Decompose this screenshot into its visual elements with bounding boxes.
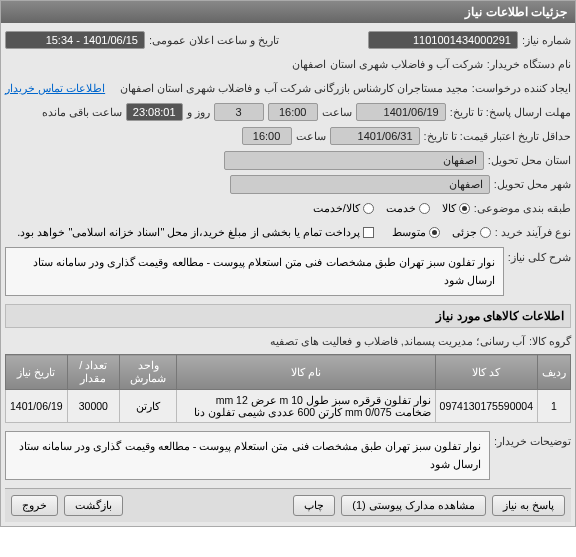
label-announce: تاریخ و ساعت اعلان عمومی: (149, 34, 279, 47)
value-deadline-time: 16:00 (268, 103, 318, 121)
panel-body: شماره نیاز: 1101001434000291 تاریخ و ساع… (1, 23, 575, 526)
value-valid-time: 16:00 (242, 127, 292, 145)
label-buyer: نام دستگاه خریدار: (487, 58, 571, 71)
check-treasury-label: پرداخت تمام یا بخشی از مبلغ خرید،از محل … (17, 226, 360, 239)
label-province: استان محل تحویل: (488, 154, 571, 167)
table-row[interactable]: 1 0974130175590004 نوار تفلون قرقره سبز … (6, 390, 571, 423)
value-announce: 1401/06/15 - 15:34 (5, 31, 145, 49)
value-days: 3 (214, 103, 264, 121)
radio-goods[interactable]: کالا (442, 202, 470, 215)
panel-title: جزئیات اطلاعات نیاز (1, 1, 575, 23)
value-buyer-notes: نوار تفلون سبز تهران طبق مشخصات فنی متن … (5, 431, 490, 480)
cell-qty: 30000 (67, 390, 119, 423)
exit-button[interactable]: خروج (11, 495, 58, 516)
value-need-desc: نوار تفلون سبز تهران طبق مشخصات فنی متن … (5, 247, 504, 296)
cell-name: نوار تفلون قرقره سبز طول 10 m عرض 12 mm … (177, 390, 435, 423)
label-purchase-type: نوع فرآیند خرید : (495, 226, 571, 239)
th-name: نام کالا (177, 355, 435, 390)
th-code: کد کالا (435, 355, 537, 390)
label-need-desc: شرح کلی نیاز: (508, 245, 571, 264)
radio-medium[interactable]: متوسط (392, 226, 440, 239)
value-creator: مجید مستاجران کارشناس بازرگانی شرکت آب و… (109, 82, 468, 95)
radio-dot-icon (429, 227, 440, 238)
label-remaining: ساعت باقی مانده (42, 106, 122, 119)
buyer-contact-link[interactable]: اطلاعات تماس خریدار (5, 82, 105, 95)
th-date: تاریخ نیاز (6, 355, 68, 390)
value-need-no: 1101001434000291 (368, 31, 518, 49)
cell-row: 1 (538, 390, 571, 423)
label-need-no: شماره نیاز: (522, 34, 571, 47)
value-remain-time: 23:08:01 (126, 103, 183, 121)
cell-unit: کارتن (120, 390, 177, 423)
radio-dot-icon (459, 203, 470, 214)
need-details-panel: جزئیات اطلاعات نیاز شماره نیاز: 11010014… (0, 0, 576, 527)
label-buyer-notes: توضیحات خریدار: (494, 429, 571, 448)
toolbar: پاسخ به نیاز مشاهده مدارک پیوستی (1) چاپ… (5, 488, 571, 522)
check-treasury[interactable]: پرداخت تمام یا بخشی از مبلغ خرید،از محل … (17, 226, 374, 239)
th-row: ردیف (538, 355, 571, 390)
radio-service-label: خدمت (386, 202, 416, 215)
radio-dot-icon (480, 227, 491, 238)
cell-date: 1401/06/19 (6, 390, 68, 423)
value-province: اصفهان (224, 151, 484, 170)
label-category: طبقه بندی موضوعی: (474, 202, 571, 215)
radio-medium-label: متوسط (392, 226, 426, 239)
print-button[interactable]: چاپ (293, 495, 335, 516)
label-group: گروه کالا: (529, 335, 571, 348)
label-day-and: روز و (187, 106, 210, 119)
value-buyer: شرکت آب و فاضلاب شهری استان اصفهان (292, 58, 482, 71)
radio-goods-service[interactable]: کالا/خدمت (313, 202, 374, 215)
value-group: آب رسانی؛ مدیریت پسماند, فاضلاب و فعالیت… (270, 335, 525, 348)
value-city: اصفهان (230, 175, 490, 194)
label-deadline: مهلت ارسال پاسخ: تا تاریخ: (450, 106, 571, 119)
label-hour-1: ساعت (322, 106, 352, 119)
th-qty: تعداد / مقدار (67, 355, 119, 390)
label-creator: ایجاد کننده درخواست: (472, 82, 571, 95)
value-deadline-date: 1401/06/19 (356, 103, 446, 121)
radio-goods-label: کالا (442, 202, 456, 215)
th-unit: واحد شمارش (120, 355, 177, 390)
goods-table: ردیف کد کالا نام کالا واحد شمارش تعداد /… (5, 354, 571, 423)
radio-goods-service-label: کالا/خدمت (313, 202, 360, 215)
section-goods-title: اطلاعات کالاهای مورد نیاز (5, 304, 571, 328)
cell-code: 0974130175590004 (435, 390, 537, 423)
value-valid-date: 1401/06/31 (330, 127, 420, 145)
label-city: شهر محل تحویل: (494, 178, 571, 191)
reply-button[interactable]: پاسخ به نیاز (492, 495, 565, 516)
radio-dot-icon (363, 203, 374, 214)
purchase-radio-group: جزئی متوسط (392, 226, 491, 239)
radio-minor[interactable]: جزئی (452, 226, 491, 239)
attachments-button[interactable]: مشاهده مدارک پیوستی (1) (341, 495, 486, 516)
checkbox-icon (363, 227, 374, 238)
label-valid-until: حداقل تاریخ اعتبار قیمت: تا تاریخ: (424, 130, 571, 143)
label-hour-2: ساعت (296, 130, 326, 143)
category-radio-group: کالا خدمت کالا/خدمت (313, 202, 470, 215)
radio-service[interactable]: خدمت (386, 202, 430, 215)
radio-minor-label: جزئی (452, 226, 477, 239)
radio-dot-icon (419, 203, 430, 214)
back-button[interactable]: بازگشت (64, 495, 123, 516)
